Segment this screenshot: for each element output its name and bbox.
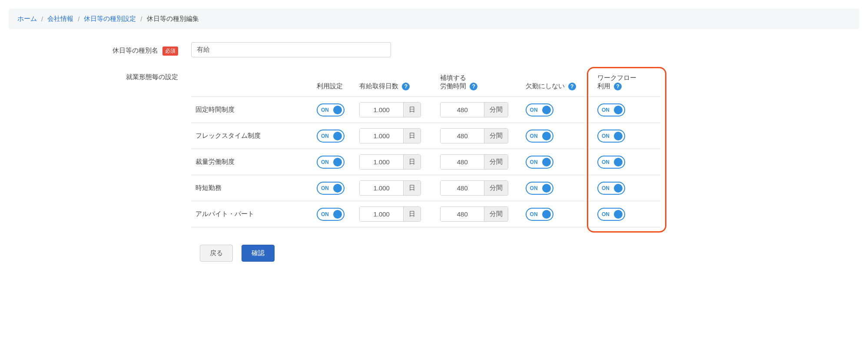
compensate-hours-input[interactable]: [441, 129, 484, 143]
toggle-knob: [614, 184, 623, 193]
table-row: 固定時間制度 ON 日 分間 ON: [191, 97, 660, 123]
table-row: 裁量労働制度 ON 日 分間 ON: [191, 149, 660, 175]
usage-toggle[interactable]: ON: [317, 156, 345, 169]
help-icon[interactable]: ?: [568, 83, 576, 90]
unit-day: 日: [403, 103, 421, 117]
toggle-knob: [333, 132, 342, 140]
workflow-toggle[interactable]: ON: [597, 103, 625, 116]
toggle-label: ON: [321, 185, 329, 191]
toggle-label: ON: [602, 159, 610, 165]
toggle-knob: [542, 158, 551, 166]
employment-type-name: フレックスタイム制度: [195, 132, 261, 139]
toggle-knob: [333, 106, 342, 114]
breadcrumb-sep: /: [78, 15, 80, 23]
employment-type-name: アルバイト・パート: [195, 210, 254, 217]
holiday-type-name-label: 休日等の種別名: [113, 47, 158, 54]
help-icon[interactable]: ?: [614, 83, 622, 90]
table-row: アルバイト・パート ON 日 分間 ON: [191, 201, 660, 227]
unit-minutes: 分間: [484, 181, 508, 195]
unit-minutes: 分間: [484, 129, 508, 143]
per-employment-settings-label: 就業形態毎の設定: [126, 73, 178, 80]
not-absent-toggle[interactable]: ON: [526, 156, 553, 169]
toggle-label: ON: [602, 185, 610, 191]
header-workflow-l2: 利用: [597, 82, 610, 90]
not-absent-toggle[interactable]: ON: [526, 103, 553, 116]
employment-type-name: 時短勤務: [195, 184, 222, 191]
paid-days-input[interactable]: [360, 103, 403, 117]
employment-type-name: 固定時間制度: [195, 106, 235, 113]
usage-toggle[interactable]: ON: [317, 130, 345, 143]
not-absent-toggle[interactable]: ON: [526, 182, 553, 195]
toggle-label: ON: [530, 159, 538, 165]
confirm-button[interactable]: 確認: [242, 245, 275, 262]
workflow-toggle[interactable]: ON: [597, 156, 625, 169]
usage-toggle[interactable]: ON: [317, 182, 345, 195]
not-absent-toggle[interactable]: ON: [526, 130, 553, 143]
breadcrumb-current: 休日等の種別編集: [147, 15, 199, 23]
toggle-knob: [333, 210, 342, 219]
toggle-knob: [542, 132, 551, 140]
not-absent-toggle[interactable]: ON: [526, 208, 553, 221]
usage-toggle[interactable]: ON: [317, 103, 345, 116]
unit-day: 日: [403, 129, 421, 143]
workflow-toggle[interactable]: ON: [597, 130, 625, 143]
toggle-label: ON: [530, 185, 538, 191]
toggle-knob: [333, 184, 342, 193]
breadcrumb-company[interactable]: 会社情報: [47, 15, 73, 23]
employment-settings-table: 利用設定 有給取得日数 ? 補填する 労働時間 ? 欠勤にしない ?: [191, 70, 660, 227]
paid-days-input[interactable]: [360, 181, 403, 195]
toggle-label: ON: [530, 211, 538, 217]
holiday-type-name-input[interactable]: [191, 42, 391, 57]
header-compensate-l1: 補填する: [440, 74, 466, 81]
paid-days-input[interactable]: [360, 155, 403, 169]
toggle-label: ON: [530, 133, 538, 139]
header-workflow-l1: ワークフロー: [597, 74, 636, 81]
table-row: 時短勤務 ON 日 分間 ON: [191, 175, 660, 201]
header-compensate-l2: 労働時間: [440, 82, 466, 90]
breadcrumb-home[interactable]: ホーム: [17, 15, 37, 23]
toggle-label: ON: [602, 211, 610, 217]
toggle-label: ON: [602, 133, 610, 139]
back-button[interactable]: 戻る: [200, 245, 233, 262]
help-icon[interactable]: ?: [402, 83, 410, 90]
unit-minutes: 分間: [484, 155, 508, 169]
usage-toggle[interactable]: ON: [317, 208, 345, 221]
compensate-hours-input[interactable]: [441, 155, 484, 169]
unit-day: 日: [403, 207, 421, 221]
toggle-label: ON: [321, 159, 329, 165]
table-row: フレックスタイム制度 ON 日 分間 ON: [191, 123, 660, 149]
header-paid-days: 有給取得日数: [359, 82, 398, 90]
help-icon[interactable]: ?: [470, 83, 477, 90]
unit-day: 日: [403, 155, 421, 169]
toggle-knob: [542, 184, 551, 193]
unit-minutes: 分間: [484, 103, 508, 117]
breadcrumb-sep: /: [140, 15, 142, 23]
unit-day: 日: [403, 181, 421, 195]
breadcrumb: ホーム / 会社情報 / 休日等の種別設定 / 休日等の種別編集: [9, 9, 859, 29]
toggle-label: ON: [321, 211, 329, 217]
toggle-knob: [614, 132, 623, 140]
compensate-hours-input[interactable]: [441, 207, 484, 221]
toggle-label: ON: [321, 107, 329, 113]
workflow-toggle[interactable]: ON: [597, 208, 625, 221]
header-usage: 利用設定: [317, 82, 343, 90]
breadcrumb-holiday-settings[interactable]: 休日等の種別設定: [84, 15, 136, 23]
paid-days-input[interactable]: [360, 129, 403, 143]
toggle-knob: [614, 210, 623, 219]
toggle-knob: [333, 158, 342, 166]
toggle-knob: [542, 210, 551, 219]
workflow-toggle[interactable]: ON: [597, 182, 625, 195]
employment-type-name: 裁量労働制度: [195, 158, 235, 165]
toggle-knob: [614, 106, 623, 114]
compensate-hours-input[interactable]: [441, 181, 484, 195]
paid-days-input[interactable]: [360, 207, 403, 221]
unit-minutes: 分間: [484, 207, 508, 221]
toggle-label: ON: [530, 107, 538, 113]
toggle-label: ON: [321, 133, 329, 139]
toggle-knob: [542, 106, 551, 114]
compensate-hours-input[interactable]: [441, 103, 484, 117]
toggle-knob: [614, 158, 623, 166]
breadcrumb-sep: /: [41, 15, 43, 23]
toggle-label: ON: [602, 107, 610, 113]
required-badge: 必須: [162, 47, 178, 56]
